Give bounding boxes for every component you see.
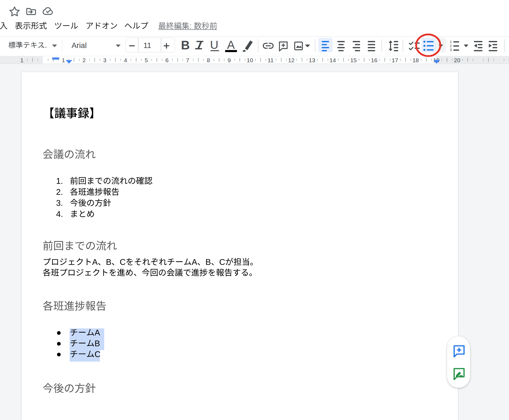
svg-text:3: 3	[450, 48, 452, 52]
svg-text:2: 2	[450, 44, 452, 48]
svg-text:1: 1	[450, 40, 452, 44]
